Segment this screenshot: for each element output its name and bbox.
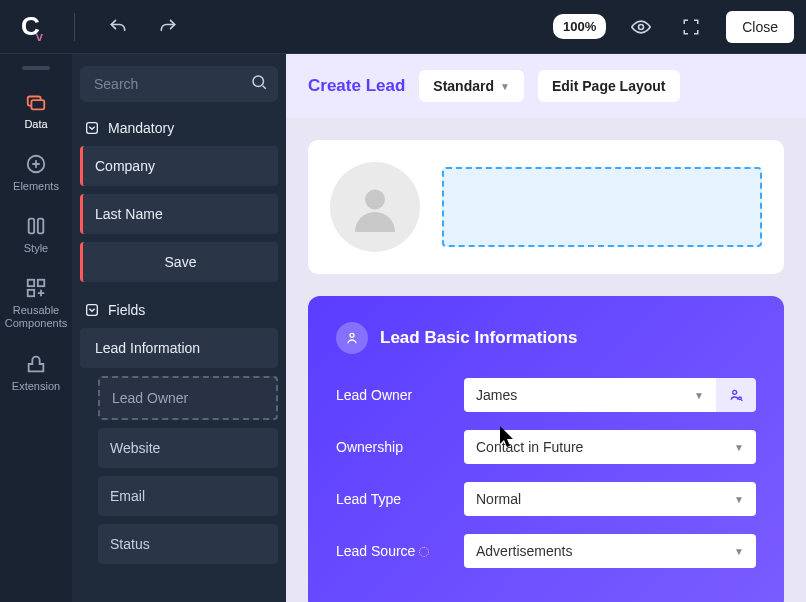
data-icon: [24, 90, 48, 114]
svg-rect-7: [38, 280, 44, 286]
mandatory-section-header[interactable]: Mandatory: [84, 120, 274, 136]
nav-rail: Data Elements Style Reusable Components …: [0, 54, 72, 602]
svg-rect-2: [31, 100, 44, 109]
field-group-lead-information[interactable]: Lead Information: [80, 328, 278, 368]
rail-data[interactable]: Data: [0, 80, 72, 142]
input-value: Advertisements: [476, 543, 572, 559]
label-lead-owner: Lead Owner: [336, 387, 446, 403]
zoom-level[interactable]: 100%: [553, 14, 606, 39]
chevron-down-icon: ▼: [734, 546, 744, 557]
field-status[interactable]: Status: [98, 524, 278, 564]
plus-circle-icon: [24, 152, 48, 176]
canvas-header: Create Lead Standard ▼ Edit Page Layout: [286, 54, 806, 118]
rail-label: Elements: [13, 180, 59, 192]
header-card: [308, 140, 784, 274]
input-value: Contact in Future: [476, 439, 583, 455]
edit-layout-label: Edit Page Layout: [552, 78, 666, 94]
person-icon: [336, 322, 368, 354]
rail-style[interactable]: Style: [0, 204, 72, 266]
extension-icon: [24, 352, 48, 376]
mandatory-field-lastname[interactable]: Last Name: [80, 194, 278, 234]
rail-extension[interactable]: Extension: [0, 342, 72, 404]
chevron-down-icon: ▼: [734, 442, 744, 453]
lead-basic-section: Lead Basic Informations Lead Owner James…: [308, 296, 784, 602]
preview-icon[interactable]: [630, 16, 652, 38]
section-title: Lead Basic Informations: [380, 328, 577, 348]
chevron-down-icon: ▼: [500, 81, 510, 92]
rail-reusable[interactable]: Reusable Components: [0, 266, 72, 342]
edit-layout-button[interactable]: Edit Page Layout: [538, 70, 680, 102]
input-ownership[interactable]: Contact in Future ▼: [464, 430, 756, 464]
app-logo: Cv: [12, 11, 56, 42]
search-input[interactable]: [80, 66, 278, 102]
layout-select-value: Standard: [433, 78, 494, 94]
rail-elements[interactable]: Elements: [0, 142, 72, 204]
label-lead-source: Lead Source: [336, 543, 446, 559]
label-ownership: Ownership: [336, 439, 446, 455]
chevron-down-icon: ▼: [694, 390, 704, 401]
svg-rect-11: [87, 305, 98, 316]
field-email[interactable]: Email: [98, 476, 278, 516]
svg-rect-4: [29, 219, 35, 234]
input-lead-type[interactable]: Normal ▼: [464, 482, 756, 516]
canvas: Create Lead Standard ▼ Edit Page Layout: [286, 54, 806, 602]
lookup-button[interactable]: [716, 378, 756, 412]
svg-rect-10: [87, 123, 98, 134]
rail-label: Reusable Components: [0, 304, 72, 330]
rail-label: Extension: [12, 380, 60, 392]
side-panel: Mandatory Company Last Name Save Fields …: [72, 54, 286, 602]
svg-rect-6: [28, 280, 34, 286]
input-lead-source[interactable]: Advertisements ▼: [464, 534, 756, 568]
field-website[interactable]: Website: [98, 428, 278, 468]
avatar-placeholder[interactable]: [330, 162, 420, 252]
fullscreen-icon[interactable]: [680, 16, 702, 38]
mandatory-field-company[interactable]: Company: [80, 146, 278, 186]
svg-rect-8: [28, 290, 34, 296]
undo-button[interactable]: [107, 16, 129, 38]
input-lead-owner[interactable]: James ▼: [464, 378, 716, 412]
input-value: Normal: [476, 491, 521, 507]
section-label: Mandatory: [108, 120, 174, 136]
svg-point-9: [253, 76, 264, 87]
section-label: Fields: [108, 302, 145, 318]
field-lead-owner[interactable]: Lead Owner: [98, 376, 278, 420]
topbar: Cv 100% Close: [0, 0, 806, 54]
label-lead-type: Lead Type: [336, 491, 446, 507]
save-button[interactable]: Save: [80, 242, 278, 282]
svg-point-14: [733, 390, 737, 394]
search-icon: [250, 73, 268, 95]
components-icon: [24, 276, 48, 300]
svg-rect-5: [38, 219, 44, 234]
drop-zone[interactable]: [442, 167, 762, 247]
svg-point-15: [739, 397, 742, 400]
redo-button[interactable]: [157, 16, 179, 38]
fields-section-header[interactable]: Fields: [84, 302, 274, 318]
chevron-down-icon: ▼: [734, 494, 744, 505]
svg-point-12: [365, 190, 385, 210]
style-icon: [24, 214, 48, 238]
page-title: Create Lead: [308, 76, 405, 96]
rail-handle: [22, 66, 50, 70]
divider: [74, 13, 75, 41]
input-value: James: [476, 387, 517, 403]
svg-point-13: [350, 333, 354, 337]
rail-label: Data: [24, 118, 47, 130]
svg-point-0: [639, 24, 644, 29]
rail-label: Style: [24, 242, 48, 254]
layout-select[interactable]: Standard ▼: [419, 70, 524, 102]
close-button[interactable]: Close: [726, 11, 794, 43]
